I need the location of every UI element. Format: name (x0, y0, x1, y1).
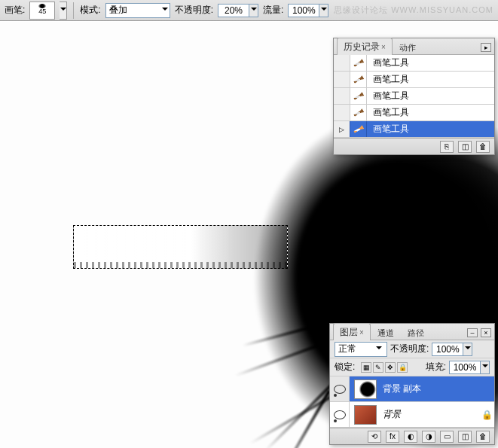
layers-panel: 图层× 通道 路径 – × 正常 不透明度: 锁定: ▦ ✎ ✥ 🔒 填充: (329, 323, 495, 445)
history-footer: ⎘ ◫ 🗑 (334, 138, 494, 154)
brush-icon (351, 122, 365, 136)
chevron-down-icon (251, 5, 257, 16)
tab-channels[interactable]: 通道 (371, 325, 401, 340)
brush-icon (351, 89, 365, 103)
options-bar: 画笔: 45 模式: 叠加 不透明度: 流量: 思缘设计论坛 WWW.MISSY… (0, 0, 498, 21)
layer-thumbnail[interactable] (354, 405, 377, 425)
history-item[interactable]: 画笔工具 (334, 55, 494, 72)
lock-pixels-icon[interactable]: ✎ (373, 362, 383, 373)
layer-style-icon[interactable]: fx (386, 431, 399, 443)
history-panel: 历史记录× 动作 ▸ 画笔工具 画笔工具 画笔工具 画笔工具 ▷画笔工具 ⎘ ◫… (333, 38, 495, 155)
lock-position-icon[interactable]: ✥ (385, 362, 396, 373)
layer-opacity-field (432, 343, 472, 356)
brush-icon (351, 72, 365, 87)
layer-opacity-dropdown[interactable] (463, 343, 472, 356)
fill-dropdown[interactable] (481, 361, 490, 374)
blend-mode-value: 叠加 (109, 4, 159, 17)
brush-icon (351, 105, 365, 120)
current-step-icon: ▷ (339, 126, 344, 133)
layer-blend-row: 正常 不透明度: (330, 340, 494, 358)
brush-preset-picker[interactable]: 45 (29, 2, 55, 20)
close-icon[interactable]: × (359, 328, 364, 337)
history-item[interactable]: 画笔工具 (334, 72, 494, 88)
lock-label: 锁定: (335, 361, 355, 373)
create-document-icon[interactable]: ⎘ (440, 141, 454, 153)
brush-icon (351, 56, 365, 70)
visibility-toggle[interactable] (330, 402, 350, 427)
flow-dropdown[interactable] (319, 4, 328, 17)
layer-lock-row: 锁定: ▦ ✎ ✥ 🔒 填充: (330, 358, 494, 376)
delete-layer-icon[interactable]: 🗑 (476, 431, 490, 443)
layer-row[interactable]: 背景 副本 (330, 376, 494, 402)
flow-label: 流量: (263, 4, 283, 17)
opacity-field (218, 4, 258, 17)
lock-all-icon[interactable]: 🔒 (397, 362, 408, 373)
layer-name[interactable]: 背景 副本 (381, 382, 494, 395)
layer-mask-icon[interactable]: ◐ (404, 431, 417, 443)
layers-footer: ⟲ fx ◐ ◑ ▭ ◫ 🗑 (330, 428, 494, 444)
delete-icon[interactable]: 🗑 (476, 141, 490, 153)
tab-history[interactable]: 历史记录× (337, 38, 393, 55)
minimize-icon[interactable]: – (467, 328, 478, 337)
layer-thumbnail[interactable] (354, 379, 377, 399)
watermark-text: 思缘设计论坛 WWW.MISSYUAN.COM (334, 5, 493, 16)
close-icon[interactable]: × (381, 43, 386, 51)
opacity-label: 不透明度: (175, 4, 213, 17)
close-panel-icon[interactable]: × (481, 328, 491, 337)
chevron-down-icon (482, 362, 488, 373)
tab-paths[interactable]: 路径 (401, 325, 431, 340)
separator (73, 2, 74, 19)
flow-input[interactable] (288, 4, 319, 17)
lock-transparency-icon[interactable]: ▦ (361, 362, 371, 373)
group-icon[interactable]: ▭ (440, 431, 454, 443)
new-snapshot-icon[interactable]: ◫ (458, 141, 472, 153)
eye-icon (334, 385, 346, 394)
chevron-down-icon (162, 5, 168, 16)
layer-opacity-input[interactable] (432, 343, 463, 356)
fill-field (449, 361, 490, 374)
brush-preset-dropdown[interactable] (60, 2, 67, 20)
tab-actions[interactable]: 动作 (393, 39, 423, 55)
selection-marquee (73, 225, 288, 269)
new-layer-icon[interactable]: ◫ (458, 431, 472, 443)
layer-name[interactable]: 背景 (381, 408, 479, 421)
link-layers-icon[interactable]: ⟲ (368, 431, 381, 443)
brush-size-value: 45 (38, 8, 46, 15)
history-list: 画笔工具 画笔工具 画笔工具 画笔工具 ▷画笔工具 (334, 55, 494, 138)
tab-layers[interactable]: 图层× (333, 323, 371, 340)
lock-icon-group: ▦ ✎ ✥ 🔒 (361, 362, 408, 373)
chevron-down-icon (465, 344, 471, 355)
fill-label: 填充: (426, 361, 446, 373)
mode-label: 模式: (80, 4, 100, 17)
panel-menu-icon[interactable]: ▸ (481, 43, 491, 52)
layer-opacity-label: 不透明度: (390, 343, 429, 355)
opacity-dropdown[interactable] (249, 4, 258, 17)
lock-icon: 🔒 (479, 410, 494, 420)
layer-list: 背景 副本 背景 🔒 (330, 376, 494, 428)
blend-mode-select[interactable]: 叠加 (105, 3, 170, 18)
opacity-input[interactable] (218, 4, 249, 17)
layer-row[interactable]: 背景 🔒 (330, 402, 494, 428)
history-item[interactable]: 画笔工具 (334, 88, 494, 105)
layers-panel-header[interactable]: 图层× 通道 路径 – × (330, 324, 494, 340)
chevron-down-icon (321, 5, 327, 16)
eye-icon (334, 410, 346, 419)
visibility-toggle[interactable] (330, 376, 350, 401)
layer-blend-mode-select[interactable]: 正常 (335, 342, 387, 357)
history-panel-header[interactable]: 历史记录× 动作 ▸ (334, 38, 494, 55)
flow-field (288, 4, 328, 17)
chevron-down-icon (60, 5, 66, 16)
chevron-down-icon (376, 344, 382, 355)
adjustment-layer-icon[interactable]: ◑ (422, 431, 435, 443)
fill-input[interactable] (449, 361, 481, 374)
history-item[interactable]: ▷画笔工具 (334, 121, 494, 138)
brush-label: 画笔: (5, 4, 25, 17)
history-item[interactable]: 画笔工具 (334, 105, 494, 121)
